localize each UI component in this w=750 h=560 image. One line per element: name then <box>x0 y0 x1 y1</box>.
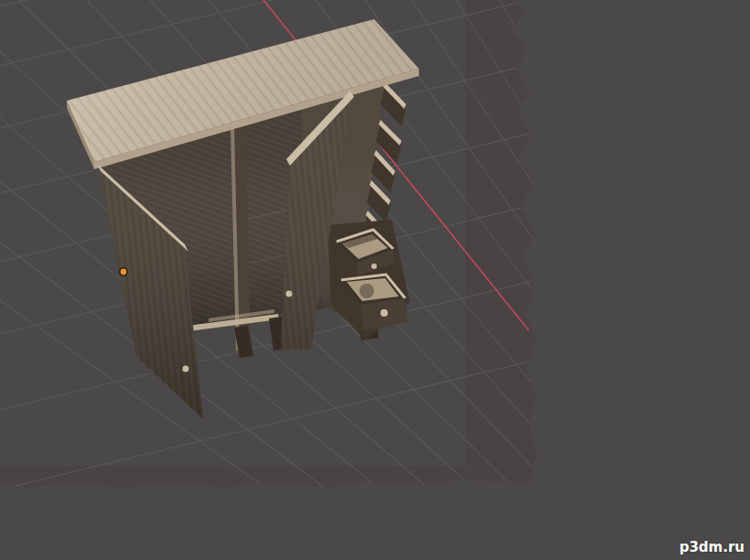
drawer-knob <box>371 264 377 269</box>
drawer-inner-shadow <box>359 284 374 298</box>
drawer-knob <box>380 309 388 317</box>
door-knob <box>183 366 189 372</box>
door-knob <box>286 291 293 297</box>
watermark-text: p3dm.ru <box>680 539 745 555</box>
object-origin-dot[interactable] <box>120 268 127 275</box>
viewport-canvas[interactable]: p3dm.ru <box>0 0 750 560</box>
viewport-3d[interactable]: p3dm.ru <box>0 0 750 560</box>
